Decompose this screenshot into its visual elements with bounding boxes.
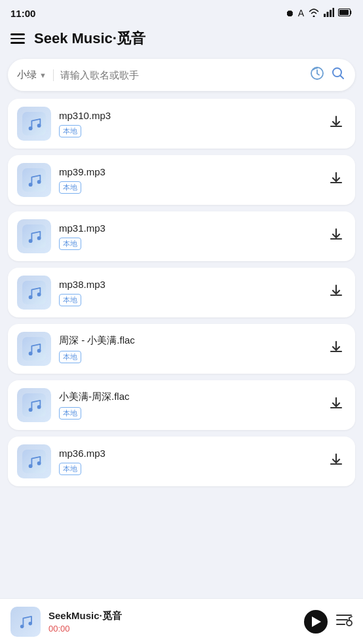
svg-point-9 — [29, 126, 33, 130]
music-thumbnail-0 — [17, 107, 51, 141]
play-icon — [312, 617, 321, 627]
music-badge-6: 本地 — [59, 463, 81, 475]
download-button-1[interactable] — [326, 168, 346, 192]
svg-point-27 — [29, 464, 33, 468]
signal-icon — [324, 8, 334, 19]
music-info-3: mp38.mp3 本地 — [59, 279, 318, 306]
music-list-item[interactable]: mp36.mp3 本地 — [8, 437, 355, 486]
music-list-item[interactable]: 小美满-周深.flac 本地 — [8, 380, 355, 430]
chevron-down-icon: ▼ — [39, 71, 47, 79]
music-thumbnail-2 — [17, 219, 51, 253]
svg-point-30 — [29, 622, 32, 625]
music-info-2: mp31.mp3 本地 — [59, 223, 318, 250]
battery-icon — [338, 8, 353, 18]
svg-rect-0 — [324, 14, 326, 17]
svg-point-28 — [37, 461, 41, 465]
svg-rect-5 — [339, 10, 349, 15]
music-badge-3: 本地 — [59, 294, 81, 306]
svg-rect-11 — [22, 168, 46, 192]
svg-point-10 — [37, 124, 41, 128]
svg-line-36 — [349, 617, 352, 618]
search-bar: 小绿 ▼ — [8, 59, 355, 91]
svg-rect-8 — [22, 112, 46, 135]
player-title: SeekMusic·觅音 — [48, 610, 296, 622]
app-title: Seek Music·觅音 — [34, 29, 145, 48]
svg-point-15 — [29, 239, 33, 243]
music-badge-5: 本地 — [59, 407, 81, 420]
music-info-0: mp310.mp3 本地 — [59, 110, 318, 137]
player-info: SeekMusic·觅音 00:00 — [48, 610, 296, 634]
svg-rect-20 — [22, 337, 46, 361]
player-thumbnail — [10, 607, 41, 637]
music-title-0: mp310.mp3 — [59, 110, 318, 121]
music-info-4: 周深 - 小美满.flac 本地 — [59, 334, 318, 363]
player-bar: SeekMusic·觅音 00:00 — [0, 598, 363, 644]
svg-point-29 — [20, 624, 24, 628]
download-button-2[interactable] — [326, 224, 346, 248]
wifi-icon — [308, 8, 320, 19]
music-thumbnail-3 — [17, 276, 51, 310]
music-list-item[interactable]: mp31.mp3 本地 — [8, 211, 355, 261]
svg-point-18 — [29, 295, 33, 299]
download-button-3[interactable] — [326, 281, 346, 304]
music-thumbnail-4 — [17, 332, 51, 366]
status-icons: ⏺ A — [285, 8, 353, 19]
music-info-6: mp36.mp3 本地 — [59, 448, 318, 475]
download-button-4[interactable] — [326, 337, 346, 361]
svg-point-16 — [37, 236, 41, 240]
user-label: 小绿 — [17, 69, 37, 81]
status-bar: 11:00 ⏺ A — [0, 0, 363, 24]
music-badge-2: 本地 — [59, 238, 81, 250]
svg-point-12 — [29, 183, 33, 187]
music-thumbnail-6 — [17, 444, 51, 478]
music-title-4: 周深 - 小美满.flac — [59, 334, 318, 347]
app-bar: Seek Music·觅音 — [0, 24, 363, 56]
music-list-item[interactable]: mp39.mp3 本地 — [8, 155, 355, 205]
menu-button[interactable] — [10, 33, 25, 44]
music-title-6: mp36.mp3 — [59, 448, 318, 459]
music-title-3: mp38.mp3 — [59, 279, 318, 290]
search-input[interactable] — [60, 69, 304, 80]
music-info-1: mp39.mp3 本地 — [59, 166, 318, 194]
music-thumbnail-1 — [17, 163, 51, 197]
svg-rect-3 — [333, 8, 335, 17]
play-button[interactable] — [304, 610, 328, 634]
music-list-item[interactable]: mp310.mp3 本地 — [8, 99, 355, 149]
music-list-item[interactable]: mp38.mp3 本地 — [8, 268, 355, 317]
svg-point-34 — [347, 620, 352, 626]
music-title-1: mp39.mp3 — [59, 166, 318, 177]
svg-point-25 — [37, 405, 41, 409]
svg-point-22 — [37, 349, 41, 353]
download-button-6[interactable] — [326, 450, 346, 473]
music-title-5: 小美满-周深.flac — [59, 391, 318, 403]
record-icon: ⏺ — [285, 8, 294, 18]
download-button-5[interactable] — [326, 393, 346, 417]
svg-point-13 — [37, 180, 41, 184]
player-controls — [304, 610, 353, 634]
svg-rect-26 — [22, 450, 46, 473]
search-divider — [53, 69, 54, 81]
music-badge-4: 本地 — [59, 351, 81, 363]
download-button-0[interactable] — [326, 112, 346, 135]
music-title-2: mp31.mp3 — [59, 223, 318, 234]
svg-rect-2 — [330, 10, 332, 17]
status-time: 11:00 — [10, 8, 35, 19]
svg-rect-1 — [327, 12, 329, 17]
svg-point-21 — [29, 351, 33, 355]
player-time: 00:00 — [48, 624, 296, 634]
svg-point-19 — [37, 293, 41, 296]
user-selector[interactable]: 小绿 ▼ — [17, 69, 47, 81]
music-info-5: 小美满-周深.flac 本地 — [59, 391, 318, 420]
music-badge-1: 本地 — [59, 181, 81, 194]
svg-point-24 — [29, 408, 33, 412]
history-icon[interactable] — [309, 65, 325, 84]
search-icon[interactable] — [330, 65, 346, 84]
music-thumbnail-5 — [17, 388, 51, 422]
svg-rect-23 — [22, 393, 46, 417]
music-list-item[interactable]: 周深 - 小美满.flac 本地 — [8, 324, 355, 374]
sim-icon: A — [298, 8, 304, 18]
svg-rect-17 — [22, 281, 46, 304]
svg-rect-14 — [22, 224, 46, 248]
playlist-button[interactable] — [335, 613, 353, 631]
music-list: mp310.mp3 本地 — [0, 99, 363, 598]
